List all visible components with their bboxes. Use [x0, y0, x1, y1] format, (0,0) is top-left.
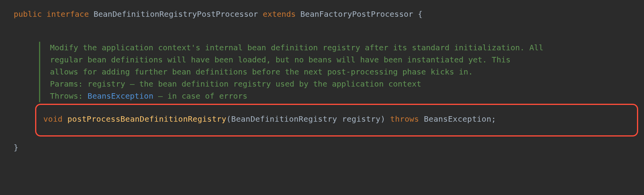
params-text: registry – the bean definition registry …: [83, 79, 421, 89]
javadoc-throws: Throws: BeansException – in case of erro…: [50, 90, 638, 102]
method-signature[interactable]: void postProcessBeanDefinitionRegistry(B…: [43, 113, 630, 125]
javadoc-description-line1: Modify the application context's interna…: [50, 42, 638, 54]
throws-exception-link[interactable]: BeansException: [87, 91, 153, 101]
method-highlight-box: void postProcessBeanDefinitionRegistry(B…: [35, 104, 638, 136]
keyword-public: public: [14, 9, 42, 19]
javadoc-params: Params: registry – the bean definition r…: [50, 78, 638, 90]
param-name: registry: [342, 114, 381, 124]
keyword-extends: extends: [263, 9, 295, 19]
close-paren: ): [381, 114, 385, 124]
exception-type: BeansException: [424, 114, 491, 124]
javadoc-description-line2: regular bean definitions will have been …: [50, 54, 638, 66]
method-name: postProcessBeanDefinitionRegistry: [68, 114, 226, 124]
close-brace: }: [14, 143, 18, 152]
interface-declaration[interactable]: public interface BeanDefinitionRegistryP…: [14, 8, 644, 20]
return-type: void: [43, 114, 62, 124]
semicolon: ;: [491, 114, 496, 124]
throws-keyword: throws: [390, 114, 419, 124]
throws-label: Throws:: [50, 91, 83, 101]
javadoc-description-line3: allows for adding further bean definitio…: [50, 66, 638, 78]
keyword-interface: interface: [46, 9, 89, 19]
param-type: BeanDefinitionRegistry: [231, 114, 337, 124]
close-brace-line[interactable]: }: [14, 141, 644, 154]
interface-name: BeanDefinitionRegistryPostProcessor: [94, 9, 258, 19]
open-paren: (: [226, 114, 231, 124]
parent-interface: BeanFactoryPostProcessor: [301, 9, 413, 19]
javadoc-block: Modify the application context's interna…: [39, 42, 644, 102]
params-label: Params:: [50, 79, 83, 89]
throws-text: – in case of errors: [153, 91, 247, 101]
open-brace: {: [418, 9, 423, 19]
